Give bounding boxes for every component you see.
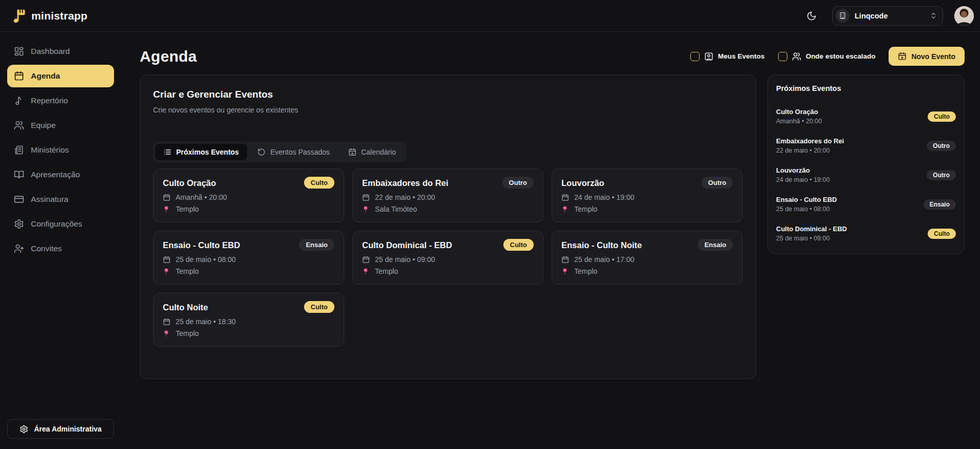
filter-onde-estou-escalado[interactable]: Onde estou escalado [778,52,876,61]
section-title: Criar e Gerenciar Eventos [153,89,743,100]
sidebar-item-equipe[interactable]: Equipe [7,114,114,137]
pin-icon [163,205,171,213]
sidebar-item-label: Dashboard [31,47,70,56]
upcoming-event-title: Louvorzão [776,166,830,174]
calendar-icon [163,194,171,201]
calendar-icon [14,71,24,81]
filter-meus-eventos[interactable]: Meus Eventos [690,52,765,61]
upcoming-event-item[interactable]: Louvorzão 24 de maio • 19:00 Outro [776,166,956,183]
book-open-icon [14,170,24,180]
event-location: Templo [574,267,597,275]
page-agenda: Agenda Meus Eventos Onde e [121,32,980,449]
sidebar-item-agenda[interactable]: Agenda [7,65,114,87]
tab-eventos-passados[interactable]: Eventos Passados [249,144,338,160]
events-tabstrip: Próximos Eventos Eventos Passados [153,142,406,162]
pin-icon [362,205,370,213]
event-location: Templo [176,267,199,275]
upcoming-event-date: 25 de maio • 09:00 [776,235,847,242]
gear-icon [14,219,24,229]
chevrons-up-down-icon [930,12,937,20]
upcoming-event-date: 24 de maio • 19:00 [776,176,830,183]
event-date: 24 de maio • 19:00 [574,193,634,201]
upcoming-event-item[interactable]: Embaixadores do Rei 22 de maio • 20:00 O… [776,137,956,154]
upcoming-event-item[interactable]: Culto Oração Amanhã • 20:00 Culto [776,108,956,125]
admin-area-label: Área Administrativa [34,425,102,433]
building-icon [836,9,850,23]
new-event-button[interactable]: Novo Evento [889,47,965,66]
event-card[interactable]: Culto Oração Culto Amanhã • 20:00 Templo [153,169,344,222]
sidebar-item-label: Ministérios [31,145,69,155]
event-type-badge: Outro [702,177,733,189]
theme-toggle-button[interactable] [802,7,821,25]
sidebar-item-label: Assinatura [31,195,68,204]
upcoming-event-title: Culto Oração [776,108,822,116]
dashboard-grid-icon [14,46,24,57]
upcoming-event-title: Embaixadores do Rei [776,137,844,145]
events-grid: Culto Oração Culto Amanhã • 20:00 Templo… [153,169,743,347]
event-title: Culto Dominical - EBD [362,239,452,250]
event-card[interactable]: Culto Noite Culto 25 de maio • 18:30 Tem… [153,293,344,347]
event-type-badge: Outro [927,141,956,151]
sidebar-item-apresentacao[interactable]: Apresentação [7,163,114,186]
pin-icon [163,330,171,338]
event-card[interactable]: Culto Dominical - EBD Culto 25 de maio •… [352,231,543,285]
organization-select[interactable]: Linqcode [832,6,943,26]
event-type-badge: Ensaio [698,239,733,251]
calendar-icon [561,256,569,264]
new-event-label: Novo Evento [911,52,955,61]
event-card[interactable]: Embaixadores do Rei Outro 22 de maio • 2… [352,169,543,222]
upcoming-panel-title: Próximos Eventos [776,84,956,92]
user-plus-icon [14,244,24,254]
header-controls: Meus Eventos Onde estou escalado Novo [690,47,965,66]
history-icon [257,148,266,156]
filter-label: Meus Eventos [718,52,765,60]
event-type-badge: Culto [503,239,534,251]
event-type-badge: Ensaio [924,199,956,210]
calendar-icon [561,194,569,201]
event-type-badge: Culto [928,229,956,239]
sidebar-spacer [7,262,114,419]
event-title: Culto Noite [163,301,208,312]
sidebar: Dashboard Agenda Repertório Equipe [0,32,121,449]
brand-name: ministrapp [31,10,87,22]
tab-proximos-eventos[interactable]: Próximos Eventos [155,144,247,160]
sidebar-item-repertorio[interactable]: Repertório [7,89,114,112]
onde-estou-escalado-checkbox[interactable] [778,52,787,61]
calendar-icon [163,256,171,264]
meus-eventos-checkbox[interactable] [690,52,700,61]
calendar-plus-icon [898,52,907,61]
credit-card-icon [14,194,24,204]
sidebar-item-label: Convites [31,244,62,253]
tab-label: Eventos Passados [270,148,330,156]
calendar-icon [362,256,370,264]
topbar-right: Linqcode [802,6,974,26]
admin-area-button[interactable]: Área Administrativa [7,419,114,439]
music-note-logo-icon [12,8,27,24]
upcoming-event-date: 22 de maio • 20:00 [776,147,844,154]
brand-logo: ministrapp [12,8,87,24]
sidebar-item-label: Agenda [31,71,60,81]
event-location: Templo [176,205,199,213]
event-card[interactable]: Ensaio - Culto Noite Ensaio 25 de maio •… [552,231,743,285]
upcoming-event-item[interactable]: Culto Dominical - EBD 25 de maio • 09:00… [776,225,956,242]
sidebar-item-dashboard[interactable]: Dashboard [7,40,114,63]
event-type-badge: Outro [927,170,956,180]
sidebar-item-assinatura[interactable]: Assinatura [7,188,114,211]
page-title: Agenda [140,48,197,65]
upcoming-event-title: Culto Dominical - EBD [776,225,847,233]
event-type-badge: Culto [304,177,334,189]
pin-icon [362,268,370,275]
event-title: Louvorzão [561,177,604,188]
users-icon [14,120,24,130]
upcoming-event-item[interactable]: Ensaio - Culto EBD 25 de maio • 08:00 En… [776,196,956,213]
event-card[interactable]: Ensaio - Culto EBD Ensaio 25 de maio • 0… [153,231,344,285]
event-card[interactable]: Louvorzão Outro 24 de maio • 19:00 Templ… [552,169,743,222]
sidebar-item-convites[interactable]: Convites [7,237,114,260]
upcoming-event-date: 25 de maio • 08:00 [776,205,837,213]
user-avatar[interactable] [954,6,974,26]
tab-calendario[interactable]: Calendário [340,144,404,160]
event-type-badge: Culto [928,111,956,122]
sidebar-item-ministerios[interactable]: Ministérios [7,139,114,161]
event-date: 25 de maio • 08:00 [176,255,236,264]
sidebar-item-configuracoes[interactable]: Configurações [7,213,114,235]
